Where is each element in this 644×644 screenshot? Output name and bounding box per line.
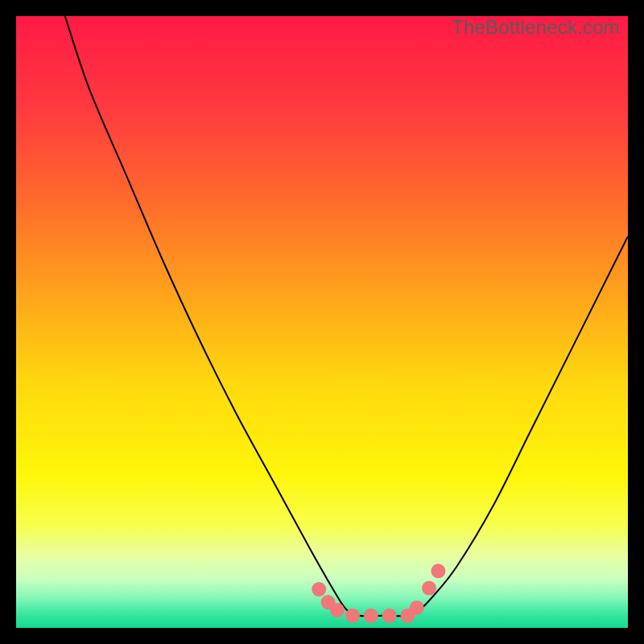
curve-marker xyxy=(330,603,345,617)
watermark-text: TheBottleneck.com xyxy=(452,16,620,39)
curve-marker xyxy=(422,581,436,596)
curve-marker xyxy=(364,609,378,623)
curve-marker xyxy=(382,609,397,623)
curve-marker xyxy=(410,601,424,615)
plot-frame: TheBottleneck.com xyxy=(16,16,628,628)
bottleneck-curve xyxy=(65,16,628,616)
curve-marker xyxy=(312,582,326,597)
curve-marker xyxy=(431,564,445,578)
curve-layer xyxy=(16,16,628,628)
curve-markers xyxy=(312,564,445,622)
curve-marker xyxy=(345,609,360,623)
